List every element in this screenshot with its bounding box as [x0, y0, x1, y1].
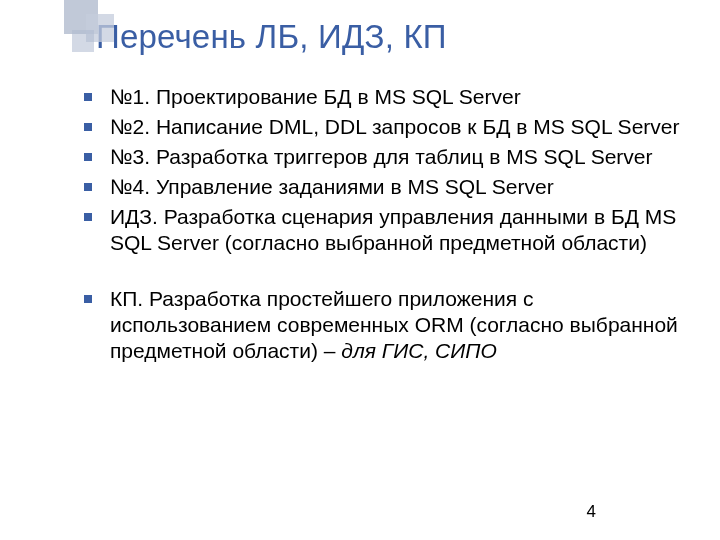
list-item: №3. Разработка триггеров для таблиц в MS…	[84, 144, 680, 170]
page-number: 4	[587, 502, 596, 522]
bullet-text: №2. Написание DML, DDL запросов к БД в M…	[110, 115, 679, 138]
bullet-text: №4. Управление заданиями в MS SQL Server	[110, 175, 554, 198]
bullet-list: №1. Проектирование БД в MS SQL Server №2…	[48, 84, 680, 364]
list-item: №1. Проектирование БД в MS SQL Server	[84, 84, 680, 110]
list-item: №2. Написание DML, DDL запросов к БД в M…	[84, 114, 680, 140]
slide-title: Перечень ЛБ, ИДЗ, КП	[96, 18, 680, 56]
bullet-text: №1. Проектирование БД в MS SQL Server	[110, 85, 521, 108]
bullet-text: №3. Разработка триггеров для таблиц в MS…	[110, 145, 653, 168]
slide: Перечень ЛБ, ИДЗ, КП №1. Проектирование …	[0, 0, 720, 540]
title-decor-squares	[64, 0, 126, 62]
title-area: Перечень ЛБ, ИДЗ, КП	[48, 18, 680, 56]
bullet-text-italic: для ГИС, СИПО	[341, 339, 497, 362]
list-item: КП. Разработка простейшего приложения с …	[84, 286, 680, 364]
bullet-text: ИДЗ. Разработка сценария управления данн…	[110, 205, 676, 254]
list-spacer	[84, 260, 680, 282]
list-item: №4. Управление заданиями в MS SQL Server	[84, 174, 680, 200]
list-item: ИДЗ. Разработка сценария управления данн…	[84, 204, 680, 256]
